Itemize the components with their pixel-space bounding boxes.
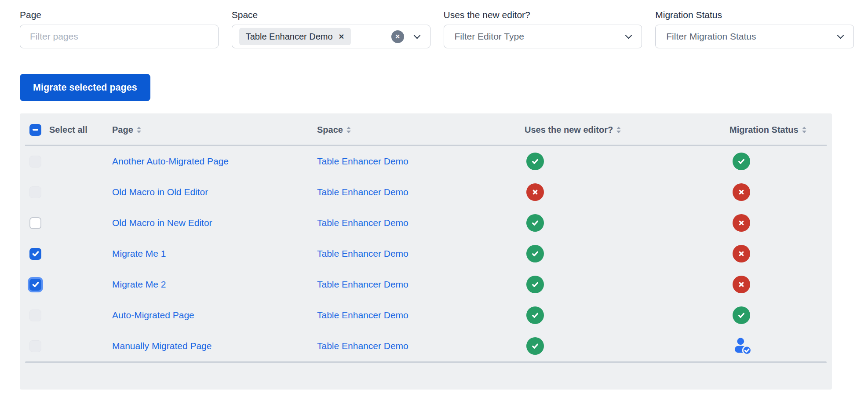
page-link[interactable]: Manually Migrated Page <box>112 341 212 351</box>
page-filter-label: Page <box>20 10 219 20</box>
row-checkbox <box>29 340 41 352</box>
select-all-label: Select all <box>49 125 88 135</box>
editor-check-circle-icon <box>526 276 544 293</box>
table-body: Another Auto-Migrated Page Table Enhance… <box>20 146 832 361</box>
column-header-page[interactable]: Page <box>112 125 317 135</box>
column-header-editor[interactable]: Uses the new editor? <box>525 125 729 135</box>
space-select-controls: ✕ <box>391 30 419 43</box>
table-header-row: Select all Page Space Uses the new edito… <box>20 113 832 146</box>
migration-cross-circle-icon <box>733 245 750 262</box>
migration-check-circle-icon <box>733 153 750 170</box>
migration-cross-circle-icon <box>733 214 750 232</box>
select-all-checkbox[interactable] <box>29 124 41 136</box>
page-filter-input[interactable] <box>20 25 219 48</box>
table-row: Old Macro in Old Editor Table Enhancer D… <box>20 177 832 208</box>
space-tag-label: Table Enhancer Demo <box>246 32 333 42</box>
page-link[interactable]: Old Macro in Old Editor <box>112 187 208 197</box>
migration-user-check-icon <box>733 336 832 356</box>
space-link[interactable]: Table Enhancer Demo <box>317 218 408 228</box>
remove-tag-icon[interactable]: ✕ <box>339 33 344 41</box>
editor-filter-placeholder: Filter Editor Type <box>455 31 524 42</box>
migration-filter-select[interactable]: Filter Migration Status <box>655 25 854 48</box>
row-checkbox[interactable] <box>29 248 41 260</box>
table-row: Manually Migrated Page Table Enhancer De… <box>20 331 832 361</box>
page-link[interactable]: Another Auto-Migrated Page <box>112 156 229 166</box>
editor-filter-select[interactable]: Filter Editor Type <box>444 25 642 48</box>
migration-tool-page: Page Space Table Enhancer Demo ✕ ✕ Uses … <box>0 0 868 390</box>
page-link[interactable]: Migrate Me 1 <box>112 248 166 259</box>
table-row: Migrate Me 2 Table Enhancer Demo <box>20 269 832 300</box>
space-link[interactable]: Table Enhancer Demo <box>317 341 408 351</box>
column-header-space[interactable]: Space <box>317 125 525 135</box>
migration-check-circle-icon <box>733 306 750 324</box>
space-link[interactable]: Table Enhancer Demo <box>317 248 408 259</box>
editor-check-circle-icon <box>526 153 544 170</box>
chevron-down-icon <box>413 32 420 39</box>
migration-cross-circle-icon <box>733 276 750 293</box>
table-footer <box>20 363 832 390</box>
page-link[interactable]: Migrate Me 2 <box>112 279 166 289</box>
table-row: Old Macro in New Editor Table Enhancer D… <box>20 208 832 238</box>
filter-bar: Page Space Table Enhancer Demo ✕ ✕ Uses … <box>20 10 854 48</box>
table-row: Another Auto-Migrated Page Table Enhance… <box>20 146 832 177</box>
chevron-down-icon <box>625 32 632 39</box>
table-row: Auto-Migrated Page Table Enhancer Demo <box>20 300 832 331</box>
sort-icon <box>616 127 621 133</box>
row-checkbox[interactable] <box>29 279 41 291</box>
migrate-selected-button[interactable]: Migrate selected pages <box>20 74 150 101</box>
space-filter-select[interactable]: Table Enhancer Demo ✕ ✕ <box>232 25 430 48</box>
migration-filter-group: Migration Status Filter Migration Status <box>655 10 854 48</box>
clear-selection-icon[interactable]: ✕ <box>391 30 404 43</box>
row-checkbox <box>29 310 41 321</box>
sort-icon <box>346 127 351 133</box>
sort-icon <box>802 127 806 133</box>
editor-check-circle-icon <box>526 337 544 355</box>
editor-check-circle-icon <box>526 245 544 262</box>
sort-icon <box>137 127 141 133</box>
space-filter-label: Space <box>232 10 430 20</box>
migration-cross-circle-icon <box>733 183 750 201</box>
select-all-cell: Select all <box>20 124 112 136</box>
editor-check-circle-icon <box>526 214 544 232</box>
space-link[interactable]: Table Enhancer Demo <box>317 156 408 166</box>
migration-filter-placeholder: Filter Migration Status <box>666 31 756 42</box>
table-row: Migrate Me 1 Table Enhancer Demo <box>20 238 832 269</box>
row-checkbox[interactable] <box>29 217 41 229</box>
editor-cross-circle-icon <box>526 183 544 201</box>
row-checkbox <box>29 156 41 168</box>
editor-filter-label: Uses the new editor? <box>444 10 642 20</box>
page-filter-group: Page <box>20 10 219 48</box>
page-link[interactable]: Auto-Migrated Page <box>112 310 194 320</box>
editor-check-circle-icon <box>526 306 544 324</box>
space-link[interactable]: Table Enhancer Demo <box>317 310 408 320</box>
indeterminate-minus-icon <box>33 129 38 131</box>
space-filter-group: Space Table Enhancer Demo ✕ ✕ <box>232 10 430 48</box>
pages-table: Select all Page Space Uses the new edito… <box>20 113 832 390</box>
page-link[interactable]: Old Macro in New Editor <box>112 218 212 228</box>
migration-filter-label: Migration Status <box>655 10 854 20</box>
space-link[interactable]: Table Enhancer Demo <box>317 279 408 289</box>
space-link[interactable]: Table Enhancer Demo <box>317 187 408 197</box>
chevron-down-icon <box>837 32 844 39</box>
row-checkbox <box>29 186 41 198</box>
space-tag: Table Enhancer Demo ✕ <box>239 28 351 45</box>
column-header-migration[interactable]: Migration Status <box>729 125 832 135</box>
editor-filter-group: Uses the new editor? Filter Editor Type <box>444 10 642 48</box>
